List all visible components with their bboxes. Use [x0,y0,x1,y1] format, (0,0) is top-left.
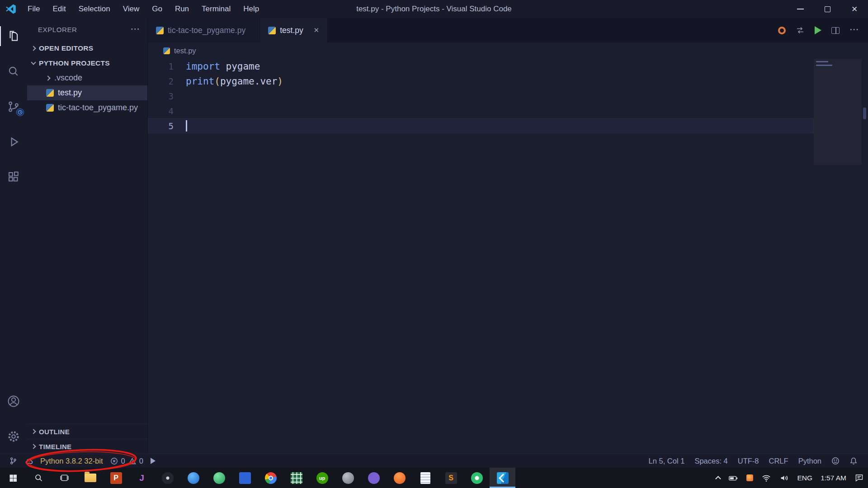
taskbar-app-green-pin[interactable] [464,468,490,488]
section-python-projects[interactable]: PYTHON PROJECTS [27,56,147,70]
problems-item[interactable]: 0 0 [107,454,147,468]
taskbar-vscode[interactable] [490,468,515,488]
taskbar-app-up-green[interactable]: up [309,468,335,488]
section-timeline[interactable]: TIMELINE [27,439,147,454]
warning-icon [128,457,136,465]
code-line-3[interactable]: 3 [148,89,814,103]
editor[interactable]: 1import pygame2print(pygame.ver)345 [148,59,868,454]
app-blue-tile-icon [239,472,251,484]
file-item-.vscode[interactable]: .vscode [27,70,147,85]
tray-app-button[interactable] [742,468,757,488]
taskbar-app-dark-compass[interactable] [155,468,180,488]
close-icon[interactable] [311,25,322,36]
scrollbar[interactable] [862,59,868,454]
menu-file[interactable]: File [22,2,46,16]
taskbar-app-orange-p[interactable]: P [103,468,129,488]
activity-search[interactable] [0,60,27,83]
python-file-icon [46,104,54,112]
more-actions-icon[interactable] [849,26,859,34]
taskbar-app-blue-tile[interactable] [232,468,258,488]
indentation-item[interactable]: Spaces: 4 [689,454,732,468]
account-button[interactable] [0,389,27,413]
eol-item[interactable]: CRLF [764,454,793,468]
menu-view[interactable]: View [117,2,146,16]
remote-indicator[interactable] [21,454,37,468]
menu-terminal[interactable]: Terminal [196,2,236,16]
tray-expand-button[interactable] [712,468,724,488]
maximize-button[interactable] [814,0,841,18]
code-line-1[interactable]: 1import pygame [148,59,814,74]
input-language[interactable]: ENG [793,468,817,488]
code-line-5[interactable]: 5 [148,118,814,133]
menu-edit[interactable]: Edit [47,2,71,16]
breadcrumb[interactable]: test.py [148,42,868,59]
close-button[interactable] [841,0,868,18]
minimap-slider[interactable] [814,59,862,165]
line-number: 1 [148,61,186,71]
tab-test.py[interactable]: test.py [260,18,328,42]
python-interpreter-item[interactable]: Python 3.8.2 32-bit [37,454,107,468]
windows-logo-icon [9,474,18,483]
taskbar-notepad[interactable] [412,468,438,488]
run-status-item[interactable] [147,454,159,468]
activity-source-control[interactable] [0,95,27,118]
menu-go[interactable]: Go [146,2,168,16]
taskbar-app-purple-circle[interactable] [361,468,387,488]
code-line-4[interactable]: 4 [148,103,814,118]
taskbar-search-button[interactable] [26,468,52,488]
file-item-test.py[interactable]: test.py [27,85,147,100]
volume-indicator[interactable] [775,468,793,488]
minimize-icon [797,9,804,9]
activity-extensions[interactable] [0,165,27,189]
minimap[interactable] [814,59,862,454]
language-label: Python [798,457,821,465]
encoding-item[interactable]: UTF-8 [733,454,764,468]
code-line-2[interactable]: 2print(pygame.ver) [148,74,814,89]
taskbar-file-explorer[interactable] [77,468,103,488]
compare-changes-icon[interactable] [796,26,805,35]
taskbar-app-green-grid[interactable] [283,468,309,488]
taskbar-app-purple-j[interactable]: J [129,468,155,488]
battery-icon [728,473,738,483]
activity-explorer[interactable] [0,24,27,48]
feedback-item[interactable] [826,454,844,468]
action-center-button[interactable] [850,468,868,488]
tab-tic-tac-toe_pygame.py[interactable]: tic-tac-toe_pygame.py [148,18,260,42]
clock[interactable]: 1:57 AM [816,468,850,488]
taskbar-app-teal-circle[interactable] [206,468,232,488]
breadcrumb-file: test.py [174,47,196,55]
taskbar-app-gray-circle[interactable] [335,468,361,488]
menu-run[interactable]: Run [169,2,195,16]
menu-help[interactable]: Help [237,2,265,16]
git-branch-item[interactable] [5,454,21,468]
language-mode-item[interactable]: Python [793,454,826,468]
taskbar-apps: PJupS [77,468,515,488]
notifications-item[interactable] [844,454,863,468]
file-item-tic-tac-toe_pygame.py[interactable]: tic-tac-toe_pygame.py [27,100,147,115]
minimize-button[interactable] [787,0,814,18]
taskbar-app-blue-circle[interactable] [180,468,206,488]
activity-run-debug[interactable] [0,130,27,154]
cursor-position-item[interactable]: Ln 5, Col 1 [644,454,690,468]
start-button[interactable] [0,468,26,488]
run-python-file-icon[interactable] [815,26,821,34]
taskbar-chrome[interactable] [258,468,283,488]
section-open-editors[interactable]: OPEN EDITORS [27,41,147,56]
menu-selection[interactable]: Selection [73,2,116,16]
split-editor-icon[interactable] [831,27,840,34]
section-outline[interactable]: OUTLINE [27,424,147,439]
network-indicator[interactable] [757,468,775,488]
settings-button[interactable] [0,425,27,448]
app-purple-circle-icon [368,472,380,484]
battery-indicator[interactable] [724,468,742,488]
more-actions-icon[interactable] [130,26,140,33]
python-extension-action-icon[interactable] [778,27,786,34]
code-area[interactable]: 1import pygame2print(pygame.ver)345 [148,59,814,454]
chevron-right-icon [45,75,50,80]
taskbar-app-orange-flame[interactable] [387,468,412,488]
line-col-label: Ln 5, Col 1 [649,457,685,465]
vscode-icon [497,472,509,484]
taskbar-app-sublime[interactable]: S [438,468,464,488]
code-text [186,120,187,131]
task-view-button[interactable] [52,468,77,488]
